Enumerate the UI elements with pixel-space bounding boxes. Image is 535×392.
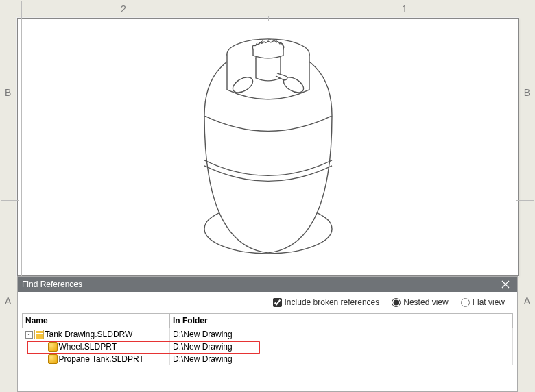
file-name: Propane Tank.SLDPRT: [59, 354, 144, 364]
zone-label-2: 2: [121, 3, 126, 14]
file-folder: D:\New Drawing: [170, 341, 513, 353]
file-name: Tank Drawing.SLDDRW: [45, 330, 133, 339]
drawing-file-icon: [34, 330, 44, 339]
table-row[interactable]: Propane Tank.SLDPRTD:\New Drawing: [23, 353, 513, 365]
col-name[interactable]: Name: [23, 314, 170, 328]
zone-label-a-left: A: [5, 295, 11, 306]
nested-view-input[interactable]: [392, 298, 401, 307]
include-broken-input[interactable]: [273, 298, 282, 307]
flat-view-label: Flat view: [473, 297, 505, 307]
flat-view-radio[interactable]: Flat view: [461, 297, 505, 307]
panel-title-text: Find References: [22, 280, 82, 289]
table-row[interactable]: -Tank Drawing.SLDDRWD:\New Drawing: [23, 328, 513, 341]
tank-isometric-view[interactable]: [189, 12, 347, 266]
zone-label-1: 1: [402, 3, 407, 14]
file-folder: D:\New Drawing: [170, 353, 513, 365]
file-name: Wheel.SLDPRT: [59, 342, 117, 352]
col-folder[interactable]: In Folder: [170, 314, 513, 328]
file-folder: D:\New Drawing: [170, 328, 513, 341]
table-row[interactable]: Wheel.SLDPRTD:\New Drawing: [23, 341, 513, 353]
zone-label-a-right: A: [524, 295, 530, 306]
zone-label-b-left: B: [5, 87, 11, 98]
zone-divider-left: [1, 200, 19, 201]
zone-divider-right: [516, 200, 534, 201]
find-references-panel: Find References Include broken reference…: [17, 276, 518, 392]
close-icon[interactable]: [498, 277, 513, 292]
part-file-icon: [48, 354, 58, 364]
panel-options-row: Include broken references Nested view Fl…: [18, 292, 517, 313]
include-broken-label: Include broken references: [285, 297, 380, 307]
flat-view-input[interactable]: [461, 298, 470, 307]
nested-view-radio[interactable]: Nested view: [392, 297, 448, 307]
panel-titlebar[interactable]: Find References: [18, 277, 517, 292]
nested-view-label: Nested view: [403, 297, 448, 307]
drawing-sheet[interactable]: 2 1 B B A A: [17, 18, 519, 276]
references-grid[interactable]: Name In Folder -Tank Drawing.SLDDRWD:\Ne…: [22, 313, 513, 391]
part-file-icon: [48, 342, 58, 352]
include-broken-checkbox[interactable]: Include broken references: [273, 297, 380, 307]
tree-toggle[interactable]: -: [25, 331, 33, 339]
zone-label-b-right: B: [524, 87, 530, 98]
